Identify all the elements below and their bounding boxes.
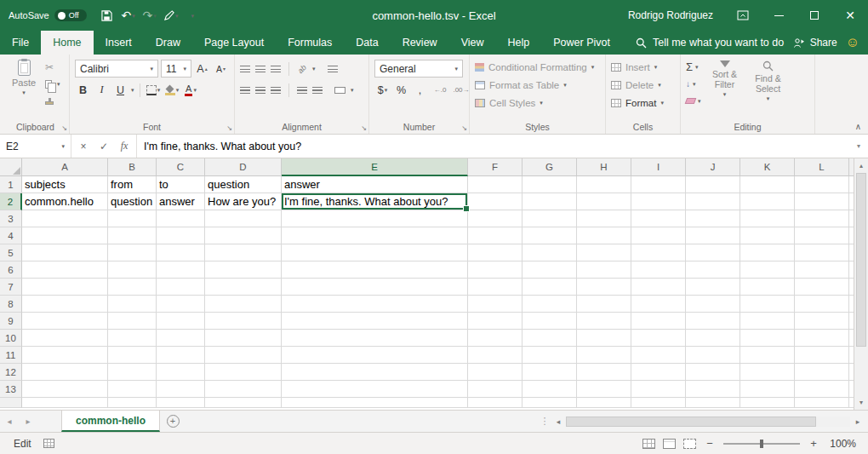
copy-button[interactable]: ▾ (45, 78, 60, 90)
clear-button[interactable]: ▾ (686, 95, 701, 107)
name-box[interactable]: E2 ▾ (0, 135, 71, 158)
alignment-dialog-launcher[interactable]: ↘ (361, 125, 367, 132)
cell-G6[interactable] (523, 261, 577, 279)
cell-K8[interactable] (740, 296, 795, 313)
cell-H4[interactable] (577, 227, 631, 244)
number-format-select[interactable]: General▾ (374, 60, 463, 78)
cell-K6[interactable] (740, 261, 795, 279)
increase-decimal-button[interactable]: ←.0 (431, 82, 449, 99)
cell-L11[interactable] (795, 347, 849, 364)
cell-L10[interactable] (795, 330, 849, 347)
sheet-tab-common-hello[interactable]: common-hello (61, 411, 160, 432)
cell-I4[interactable] (631, 227, 686, 244)
cell-B8[interactable] (108, 296, 157, 313)
cell-D1[interactable]: question (205, 176, 282, 193)
cell-K11[interactable] (740, 347, 795, 364)
cell-E13[interactable] (282, 381, 468, 398)
tab-page-layout[interactable]: Page Layout (192, 31, 276, 55)
cell-D7[interactable] (205, 279, 282, 296)
cell-K12[interactable] (740, 364, 795, 381)
horizontal-scroll-thumb[interactable] (566, 417, 816, 427)
cell-G7[interactable] (523, 279, 577, 296)
cell-L13[interactable] (795, 381, 849, 398)
cell-E12[interactable] (282, 364, 468, 381)
fill-color-button[interactable]: ▾ (164, 82, 180, 99)
zoom-level[interactable]: 100% (827, 438, 856, 450)
cell-I8[interactable] (631, 296, 686, 313)
cell-L7[interactable] (795, 279, 849, 296)
wrap-text-icon[interactable] (328, 66, 338, 72)
italic-button[interactable]: I (94, 82, 110, 99)
cell-K5[interactable] (740, 244, 795, 261)
insert-cells-button[interactable]: Insert▾ (611, 58, 675, 76)
cell-F4[interactable] (468, 227, 523, 244)
cell-L6[interactable] (795, 261, 849, 279)
comma-format-button[interactable]: , (412, 82, 428, 99)
zoom-slider[interactable] (723, 443, 800, 445)
align-left-icon[interactable] (240, 87, 250, 94)
cell-B13[interactable] (108, 381, 157, 398)
cell-H11[interactable] (577, 347, 631, 364)
cell-G12[interactable] (523, 364, 577, 381)
cell-L14[interactable] (795, 398, 849, 408)
cell-H10[interactable] (577, 330, 631, 347)
cell-D13[interactable] (205, 381, 282, 398)
row-header-6[interactable]: 6 (0, 261, 22, 279)
horizontal-scrollbar[interactable]: ◂ ▸ (551, 411, 868, 432)
conditional-formatting-button[interactable]: Conditional Formatting▾ (475, 58, 600, 76)
cell-G14[interactable] (523, 398, 577, 408)
cell-E7[interactable] (282, 279, 468, 296)
cell-A5[interactable] (22, 244, 108, 261)
cell-C1[interactable]: to (157, 176, 205, 193)
cell-K7[interactable] (740, 279, 795, 296)
cut-button[interactable]: ✂ (45, 60, 60, 73)
cell-B1[interactable]: from (108, 176, 157, 193)
cell-H12[interactable] (577, 364, 631, 381)
find-select-button[interactable]: Find & Select▾ (749, 58, 788, 107)
row-header-5[interactable]: 5 (0, 244, 22, 261)
cell-C13[interactable] (157, 381, 205, 398)
cell-B3[interactable] (108, 210, 157, 227)
maximize-button[interactable] (797, 0, 832, 31)
row-header-9[interactable]: 9 (0, 313, 22, 330)
cell-C8[interactable] (157, 296, 205, 313)
column-header-E[interactable]: E (282, 158, 468, 176)
draw-tool-button[interactable]: ▾ (161, 4, 181, 26)
cell-G9[interactable] (523, 313, 577, 330)
cell-I13[interactable] (631, 381, 686, 398)
previous-sheet-button[interactable]: ◂ (0, 411, 19, 432)
cell-A10[interactable] (22, 330, 108, 347)
bottom-align-icon[interactable] (271, 66, 281, 72)
cell-E6[interactable] (282, 261, 468, 279)
close-button[interactable]: ✕ (832, 0, 868, 31)
cell-C10[interactable] (157, 330, 205, 347)
cell-J6[interactable] (686, 261, 740, 279)
row-header-10[interactable]: 10 (0, 330, 22, 347)
cell-L12[interactable] (795, 364, 849, 381)
cell-A6[interactable] (22, 261, 108, 279)
cell-J7[interactable] (686, 279, 740, 296)
redo-button[interactable]: ↷▾ (140, 4, 160, 26)
cell-F1[interactable] (468, 176, 523, 193)
undo-button[interactable]: ↶▾ (118, 4, 139, 26)
format-as-table-button[interactable]: Format as Table▾ (475, 76, 600, 94)
borders-button[interactable]: ▾ (146, 82, 162, 99)
cell-F3[interactable] (468, 210, 523, 227)
decrease-font-size-button[interactable]: A▾ (213, 60, 229, 78)
column-header-C[interactable]: C (157, 158, 205, 176)
cancel-button[interactable]: × (73, 141, 94, 152)
cell-G8[interactable] (523, 296, 577, 313)
cell-L4[interactable] (795, 227, 849, 244)
cell-L2[interactable] (795, 193, 849, 210)
cell-F8[interactable] (468, 296, 523, 313)
font-name-select[interactable]: Calibri▾ (75, 60, 158, 78)
cell-J4[interactable] (686, 227, 740, 244)
cell-I14[interactable] (631, 398, 686, 408)
cell-K10[interactable] (740, 330, 795, 347)
macro-record-icon[interactable] (43, 439, 54, 448)
expand-formula-bar-button[interactable]: ▾ (849, 135, 868, 158)
formula-input[interactable]: I'm fine, thanks. What about you? (137, 135, 849, 158)
percent-format-button[interactable]: % (393, 82, 409, 99)
cell-C11[interactable] (157, 347, 205, 364)
font-size-select[interactable]: 11▾ (161, 60, 191, 78)
